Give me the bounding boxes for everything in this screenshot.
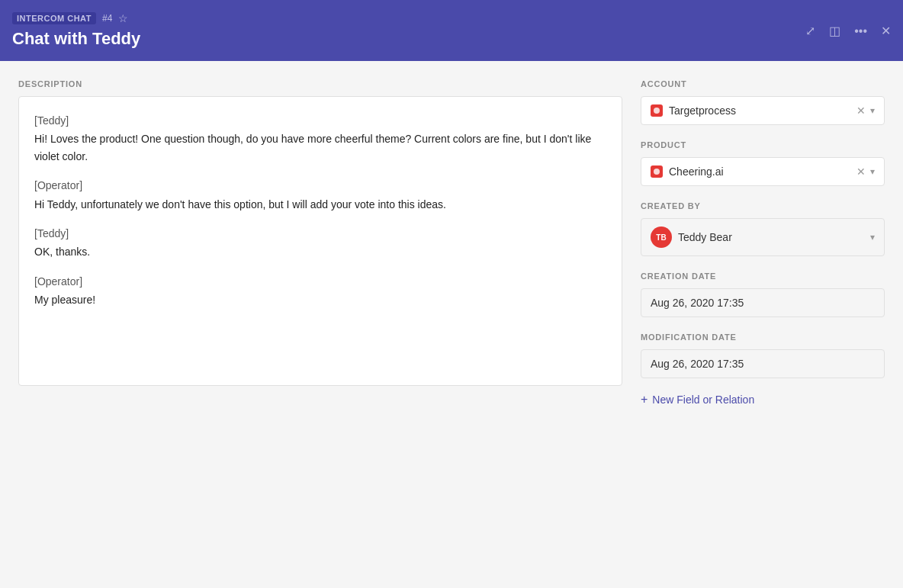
header-top: INTERCOM CHAT #4 ☆	[12, 12, 891, 24]
message-3: OK, thanks.	[34, 243, 606, 260]
header: INTERCOM CHAT #4 ☆ Chat with Teddy ⤢ ◫ •…	[0, 0, 903, 61]
creation-date-label: CREATION DATE	[641, 272, 885, 281]
plus-icon: +	[641, 394, 648, 406]
layout-icon[interactable]: ◫	[829, 24, 840, 38]
modification-date-section: MODIFICATION DATE Aug 26, 2020 17:35	[641, 333, 885, 378]
description-label: DESCRIPTION	[18, 79, 622, 88]
creation-date-value: Aug 26, 2020 17:35	[641, 288, 885, 317]
modification-date-label: MODIFICATION DATE	[641, 333, 885, 342]
page-title: Chat with Teddy	[12, 29, 891, 49]
new-field-button[interactable]: + New Field or Relation	[641, 394, 885, 406]
left-panel: DESCRIPTION [Teddy] Hi! Loves the produc…	[18, 79, 622, 570]
ticket-id: #4	[102, 13, 112, 24]
created-by-control[interactable]: TB Teddy Bear ▾	[641, 218, 885, 256]
speaker-1: [Teddy]	[34, 112, 606, 129]
account-control[interactable]: Targetprocess ✕ ▾	[641, 96, 885, 125]
star-icon[interactable]: ☆	[118, 12, 128, 24]
right-panel: ACCOUNT Targetprocess ✕ ▾ PRODUCT Cheeri…	[641, 79, 885, 570]
close-icon[interactable]: ✕	[881, 24, 891, 38]
account-section: ACCOUNT Targetprocess ✕ ▾	[641, 79, 885, 125]
created-by-section: CREATED BY TB Teddy Bear ▾	[641, 201, 885, 256]
product-label: PRODUCT	[641, 140, 885, 149]
header-actions: ⤢ ◫ ••• ✕	[805, 24, 891, 38]
main-content: DESCRIPTION [Teddy] Hi! Loves the produc…	[0, 61, 903, 588]
product-control[interactable]: Cheering.ai ✕ ▾	[641, 157, 885, 186]
expand-icon[interactable]: ⤢	[805, 24, 815, 38]
speaker-4: [Operator]	[34, 273, 606, 290]
speaker-3: [Teddy]	[34, 225, 606, 242]
product-actions: ✕ ▾	[856, 166, 875, 177]
speaker-2: [Operator]	[34, 177, 606, 194]
product-value: Cheering.ai	[669, 165, 850, 178]
new-field-label: New Field or Relation	[652, 394, 754, 406]
modification-date-value: Aug 26, 2020 17:35	[641, 349, 885, 378]
created-by-name: Teddy Bear	[678, 231, 864, 243]
account-actions: ✕ ▾	[856, 105, 875, 116]
product-section: PRODUCT Cheering.ai ✕ ▾	[641, 140, 885, 186]
account-icon	[651, 104, 663, 117]
account-clear-icon[interactable]: ✕	[856, 105, 866, 116]
app-badge: INTERCOM CHAT	[12, 12, 96, 24]
description-box: [Teddy] Hi! Loves the product! One quest…	[18, 96, 622, 386]
created-by-label: CREATED BY	[641, 201, 885, 210]
account-label: ACCOUNT	[641, 79, 885, 88]
product-chevron-icon[interactable]: ▾	[870, 166, 875, 177]
product-clear-icon[interactable]: ✕	[856, 166, 866, 177]
created-by-chevron-icon[interactable]: ▾	[870, 232, 875, 243]
product-icon	[651, 165, 663, 178]
account-value: Targetprocess	[669, 104, 850, 117]
creation-date-section: CREATION DATE Aug 26, 2020 17:35	[641, 272, 885, 317]
message-1: Hi! Loves the product! One question thou…	[34, 130, 606, 165]
account-chevron-icon[interactable]: ▾	[870, 105, 875, 116]
message-2: Hi Teddy, unfortunately we don't have th…	[34, 196, 606, 213]
more-icon[interactable]: •••	[854, 24, 867, 37]
avatar: TB	[651, 227, 672, 248]
message-4: My pleasure!	[34, 291, 606, 308]
